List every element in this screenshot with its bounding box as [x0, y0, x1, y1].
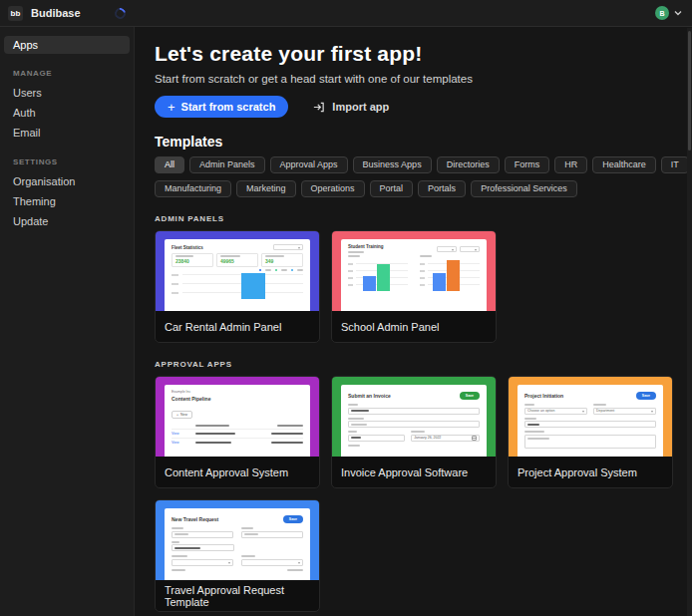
template-name: Car Rental Admin Panel [156, 311, 319, 343]
filter-chip-business-apps[interactable]: Business Apps [353, 156, 432, 173]
import-app-label: Import app [332, 101, 389, 113]
date-field: January 26, 2022 [411, 435, 480, 442]
table-row: View [172, 438, 303, 447]
import-app-button[interactable]: Import app [312, 101, 389, 114]
filter-chips-row2: Manufacturing Marketing Operations Porta… [155, 180, 692, 197]
filter-chip-marketing[interactable]: Marketing [236, 180, 296, 197]
axis-tick [420, 284, 425, 286]
sidebar-item-theming[interactable]: Theming [0, 191, 134, 211]
template-name: Travel Approval Request Template [156, 580, 319, 612]
filter-chip-portals[interactable]: Portals [418, 180, 466, 197]
field-label [172, 555, 187, 557]
axis-tick [420, 277, 425, 279]
filter-chip-directories[interactable]: Directories [437, 156, 500, 173]
text-line [281, 269, 287, 271]
vertical-scrollbar[interactable] [687, 28, 692, 616]
sidebar-item-email[interactable]: Email [0, 123, 134, 143]
email-field [172, 544, 234, 551]
filter-chip-operations[interactable]: Operations [301, 180, 365, 197]
start-from-scratch-button[interactable]: + Start from scratch [155, 96, 288, 118]
user-menu[interactable]: B [655, 6, 692, 20]
template-card-car-rental[interactable]: Fleet Statistics 23840 49965 [155, 230, 320, 343]
sidebar-item-organisation[interactable]: Organisation [0, 171, 134, 191]
page-title: Let's create your first app! [155, 42, 692, 66]
axis-tick [348, 263, 353, 265]
calendar-icon [472, 436, 477, 441]
charts-row [348, 255, 480, 291]
template-name: Invoice Approval Software [332, 457, 496, 488]
bar-chart [172, 272, 303, 299]
template-card-content-approval[interactable]: Example Inc Content Pipeline + New View [155, 376, 320, 488]
template-card-project-approval[interactable]: Project Initiation Save Choose an option [508, 376, 673, 488]
save-button: Save [636, 392, 656, 400]
axis-tick [348, 284, 353, 286]
text-line [271, 442, 303, 444]
chart-bar-green [377, 264, 390, 291]
select-placeholder: Choose an option [527, 409, 554, 413]
filter-chip-all[interactable]: All [155, 156, 184, 173]
axis-tick [348, 270, 353, 272]
top-bar: bb Budibase B [0, 0, 692, 27]
sidebar-item-auth[interactable]: Auth [0, 103, 134, 123]
chart-bar-orange [447, 260, 460, 291]
stats-row: 23840 49965 349 [172, 253, 303, 267]
filter-chip-manufacturing[interactable]: Manufacturing [155, 180, 231, 197]
text-field [241, 531, 303, 538]
filter-chip-professional-services[interactable]: Professional Services [471, 180, 577, 197]
avatar[interactable]: B [655, 6, 669, 20]
select-field [241, 559, 303, 566]
filter-chip-forms[interactable]: Forms [505, 156, 550, 173]
preview-title: Submit an Invoice [348, 393, 391, 399]
filter-chip-hr[interactable]: HR [554, 156, 587, 173]
filter-chip-approval-apps[interactable]: Approval Apps [270, 156, 348, 173]
date-value: January 26, 2022 [414, 436, 441, 440]
template-card-invoice-approval[interactable]: Submit an Invoice Save [331, 376, 497, 488]
filter-chip-healthcare[interactable]: Healthcare [592, 156, 656, 173]
filter-chip-admin-panels[interactable]: Admin Panels [189, 156, 265, 173]
sidebar-item-update[interactable]: Update [0, 211, 134, 231]
select-value: Department [596, 409, 614, 413]
new-button-label: New [180, 413, 187, 417]
select-field [172, 559, 233, 566]
content-preview: Example Inc Content Pipeline + New View [156, 377, 319, 457]
sidebar-item-users[interactable]: Users [0, 83, 134, 103]
section-label-admin-panels: ADMIN PANELS [155, 214, 692, 223]
preview-title: Fleet Statistics [172, 245, 203, 250]
stat-card: 349 [261, 253, 303, 267]
text-line [265, 255, 284, 257]
stat-value: 349 [265, 258, 299, 264]
preview-select [273, 244, 303, 250]
filter-chip-portal[interactable]: Portal [370, 180, 414, 197]
new-button: + New [172, 411, 192, 419]
filter-chip-it[interactable]: IT [661, 156, 689, 173]
text-field [524, 421, 656, 428]
template-card-school[interactable]: Student Training [331, 230, 497, 343]
school-preview: Student Training [332, 231, 496, 311]
section-label-approval-apps: APPROVAL APPS [155, 360, 692, 369]
select-field: Choose an option [524, 408, 587, 415]
travel-preview: New Travel Request Save [156, 500, 319, 580]
text-line [527, 424, 539, 426]
stat-card: 23840 [172, 253, 213, 267]
axis-tick [172, 274, 178, 276]
text-field [172, 531, 233, 538]
chevron-down-icon[interactable] [673, 8, 683, 18]
car-rental-preview: Fleet Statistics 23840 49965 [156, 231, 319, 311]
bar-chart-right [420, 255, 480, 291]
axis-tick [172, 283, 178, 285]
car-rental-panel: Fleet Statistics 23840 49965 [165, 239, 310, 311]
sidebar: Apps MANAGE Users Auth Email SETTINGS Or… [0, 27, 135, 616]
legend-dot [291, 269, 293, 271]
text-line [348, 255, 360, 257]
text-line [175, 255, 193, 257]
template-card-travel-approval[interactable]: New Travel Request Save [155, 499, 320, 612]
scrollbar-thumb[interactable] [688, 31, 691, 151]
preview-select [437, 246, 457, 252]
sidebar-item-apps[interactable]: Apps [4, 36, 130, 54]
text-field [348, 408, 480, 415]
action-buttons: + Start from scratch Import app [155, 96, 692, 118]
field-label [241, 527, 253, 529]
field-label [348, 445, 360, 447]
field-label [524, 404, 534, 406]
text-field [348, 421, 480, 428]
